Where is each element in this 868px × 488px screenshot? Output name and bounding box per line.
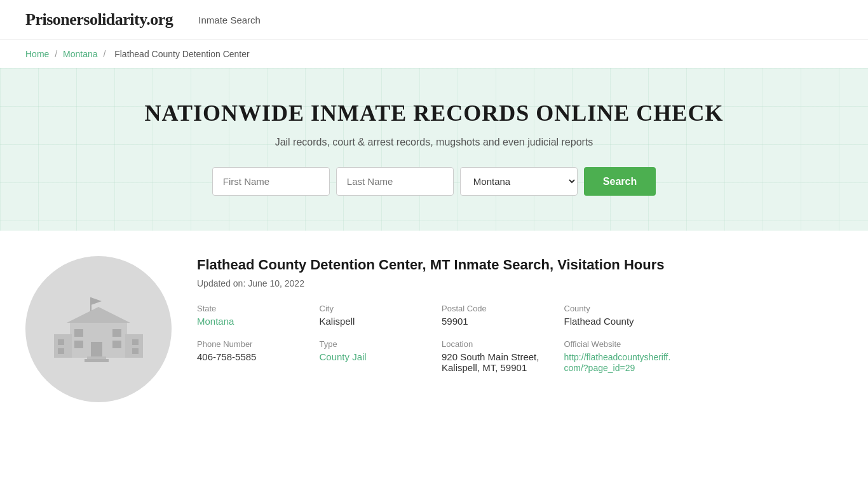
breadcrumb-sep-2: / xyxy=(103,49,108,59)
svg-rect-11 xyxy=(54,334,72,358)
city-label: City xyxy=(320,304,430,313)
site-logo: Prisonersolidarity.org xyxy=(25,10,173,29)
main-nav: Inmate Search xyxy=(198,15,261,25)
type-label: Type xyxy=(320,339,430,349)
last-name-input[interactable] xyxy=(336,167,454,196)
facility-image xyxy=(25,256,172,402)
county-label: County xyxy=(564,304,674,313)
facility-building-icon xyxy=(48,285,149,374)
type-value[interactable]: County Jail xyxy=(320,351,367,362)
svg-rect-10 xyxy=(85,359,109,362)
search-button[interactable]: Search xyxy=(584,167,656,196)
location-label: Location xyxy=(442,339,552,349)
hero-banner: NATIONWIDE INMATE RECORDS ONLINE CHECK J… xyxy=(0,68,868,231)
facility-details-grid: State Montana City Kalispell Postal Code… xyxy=(197,304,674,373)
phone-value: 406-758-5585 xyxy=(197,351,307,362)
svg-rect-16 xyxy=(132,348,139,354)
svg-marker-1 xyxy=(91,297,102,305)
svg-marker-2 xyxy=(67,307,130,323)
city-value: Kalispell xyxy=(320,316,430,327)
detail-website: Official Website http://flatheadcountysh… xyxy=(564,339,674,373)
hero-title: NATIONWIDE INMATE RECORDS ONLINE CHECK xyxy=(25,100,843,126)
first-name-input[interactable] xyxy=(212,167,330,196)
breadcrumb-sep-1: / xyxy=(55,49,60,59)
svg-rect-5 xyxy=(74,329,83,337)
facility-updated: Updated on: June 10, 2022 xyxy=(197,278,674,288)
postal-label: Postal Code xyxy=(442,304,552,313)
breadcrumb-state[interactable]: Montana xyxy=(63,49,97,59)
main-content: Flathead County Detention Center, MT Inm… xyxy=(0,231,699,440)
website-label: Official Website xyxy=(564,339,674,349)
state-label: State xyxy=(197,304,307,313)
detail-phone: Phone Number 406-758-5585 xyxy=(197,339,307,373)
hero-subtitle: Jail records, court & arrest records, mu… xyxy=(25,137,843,148)
svg-rect-12 xyxy=(125,334,143,358)
detail-type: Type County Jail xyxy=(320,339,430,373)
svg-rect-8 xyxy=(112,341,121,348)
detail-state: State Montana xyxy=(197,304,307,327)
nav-inmate-search[interactable]: Inmate Search xyxy=(198,15,261,25)
detail-postal: Postal Code 59901 xyxy=(442,304,552,327)
location-value: 920 South Main Street, Kalispell, MT, 59… xyxy=(442,351,552,373)
svg-rect-7 xyxy=(74,341,83,348)
postal-value: 59901 xyxy=(442,316,552,327)
breadcrumb-current: Flathead County Detention Center xyxy=(114,49,249,59)
phone-label: Phone Number xyxy=(197,339,307,349)
state-select[interactable]: AlabamaAlaskaArizonaArkansasCaliforniaCo… xyxy=(460,167,578,196)
svg-rect-13 xyxy=(58,339,64,345)
svg-rect-6 xyxy=(112,329,121,337)
search-bar: AlabamaAlaskaArizonaArkansasCaliforniaCo… xyxy=(25,167,843,196)
facility-name: Flathead County Detention Center, MT Inm… xyxy=(197,256,674,274)
breadcrumb: Home / Montana / Flathead County Detenti… xyxy=(0,40,868,68)
state-value[interactable]: Montana xyxy=(197,316,234,327)
svg-rect-14 xyxy=(132,339,139,345)
detail-location: Location 920 South Main Street, Kalispel… xyxy=(442,339,552,373)
county-value: Flathead County xyxy=(564,316,674,327)
svg-rect-15 xyxy=(58,348,64,354)
facility-info: Flathead County Detention Center, MT Inm… xyxy=(197,256,674,402)
header: Prisonersolidarity.org Inmate Search xyxy=(0,0,868,40)
svg-rect-4 xyxy=(91,342,102,358)
detail-city: City Kalispell xyxy=(320,304,430,327)
website-value[interactable]: http://flatheadcountysheriff.com/?page_i… xyxy=(564,352,671,373)
breadcrumb-home[interactable]: Home xyxy=(25,49,49,59)
detail-county: County Flathead County xyxy=(564,304,674,327)
